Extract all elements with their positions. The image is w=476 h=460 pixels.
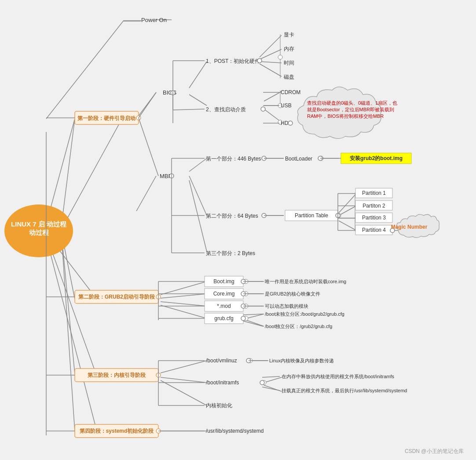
power-on-label: Power On bbox=[141, 17, 167, 23]
bootloader-label: BootLoader bbox=[285, 156, 312, 162]
grub-cfg-label: grub.cfg bbox=[214, 315, 233, 321]
core-img-desc: 是GRUB2的核心映像文件 bbox=[265, 291, 320, 296]
stage3-label: 第三阶段：内核引导阶段 bbox=[88, 372, 146, 378]
boot-img-label: Boot.img bbox=[213, 278, 234, 285]
svg-point-72 bbox=[261, 107, 265, 111]
initramfs-desc2: 挂载真正的根文件系统，最后执行/usr/lib/systemd/systemd bbox=[282, 388, 407, 393]
svg-point-76 bbox=[288, 121, 293, 125]
svg-point-117 bbox=[260, 380, 264, 385]
post-item-0: 显卡 bbox=[284, 32, 294, 38]
svg-point-70 bbox=[257, 58, 262, 63]
mod-desc: 可以动态加载的模块 bbox=[265, 303, 308, 309]
hdd-note-line3: RAM中，BIOS将控制权移交给MBR bbox=[307, 113, 384, 119]
cdrom-label: CDROM bbox=[281, 89, 300, 95]
stage4-label: 第四阶段：systemd初始化阶段 bbox=[80, 428, 154, 434]
stage2-label: 第二阶段：GRUB2启动引导阶段 bbox=[78, 294, 155, 300]
grub-cfg-path2: /boot独立分区：/grub2/grub.cfg bbox=[265, 324, 332, 329]
root-label-line1: LINUX 7 启 动过程 bbox=[11, 220, 67, 228]
grub-cfg-path1: /boot未独立分区:/boot/grub2/grub.cfg bbox=[265, 311, 344, 317]
systemd-label: /usr/lib/systemd/systemd bbox=[206, 428, 264, 434]
partition1-label2: Partition 1 bbox=[362, 190, 386, 196]
install-grub-label: 安装grub2的boot.img bbox=[349, 155, 403, 161]
stage1-label: 第一阶段：硬件引导启动 bbox=[77, 115, 135, 121]
magic-number-label: Magic Number bbox=[391, 224, 428, 230]
vmlinuz-label: /boot/vmlinuz bbox=[206, 358, 237, 364]
partition2-label: Partiton 2 bbox=[362, 203, 385, 209]
hdd-note-line1: 查找启动硬盘的0磁头、0磁道、1扇区，也 bbox=[307, 100, 397, 106]
part3-label: 第三个部分：2 Bytes bbox=[206, 250, 255, 256]
svg-point-108 bbox=[241, 316, 245, 321]
post-item-1: 内存 bbox=[284, 46, 294, 52]
part1-label: 第一个部分：446 Bytes bbox=[206, 156, 261, 162]
partition-table-label: Partition Table bbox=[295, 212, 328, 219]
watermark: CSDN @小王的笔记仓库 bbox=[405, 448, 464, 454]
part2-label: 第二个部分：64 Bytes bbox=[206, 213, 258, 219]
diagram: LINUX 7 启 动过程 动过程 Power On 第一阶段：硬件引导启动 B… bbox=[0, 0, 476, 460]
hdd-note-line2: 就是Bootsector，定位后MBR即被装载到 bbox=[307, 107, 394, 112]
initramfs-desc1: 在内存中释放供内核使用的根文件系统/boot/initramfs bbox=[282, 374, 395, 379]
core-img-label: Core.img bbox=[213, 291, 235, 297]
post-item-3: 磁盘 bbox=[283, 74, 294, 80]
initramfs-label: /boot/initramfs bbox=[206, 380, 239, 386]
boot-img-desc: 唯一作用是在系统启动时装载core.img bbox=[265, 279, 346, 284]
vmlinuz-desc: Linux内核映像及内核参数传递 bbox=[269, 358, 334, 363]
usb-label: USB bbox=[281, 102, 292, 109]
post-item-2: 时间 bbox=[284, 60, 294, 66]
boot-media-label: 2、查找启动介质 bbox=[206, 106, 246, 113]
kernel-init-label: 内核初始化 bbox=[206, 402, 232, 409]
post-label: 1、POST：初始化硬件 bbox=[206, 58, 260, 64]
partition3-label: Partition 3 bbox=[362, 215, 386, 221]
mod-label: *.mod bbox=[217, 303, 231, 309]
svg-point-52 bbox=[278, 55, 282, 59]
partition4-label: Partition 4 bbox=[362, 227, 386, 233]
